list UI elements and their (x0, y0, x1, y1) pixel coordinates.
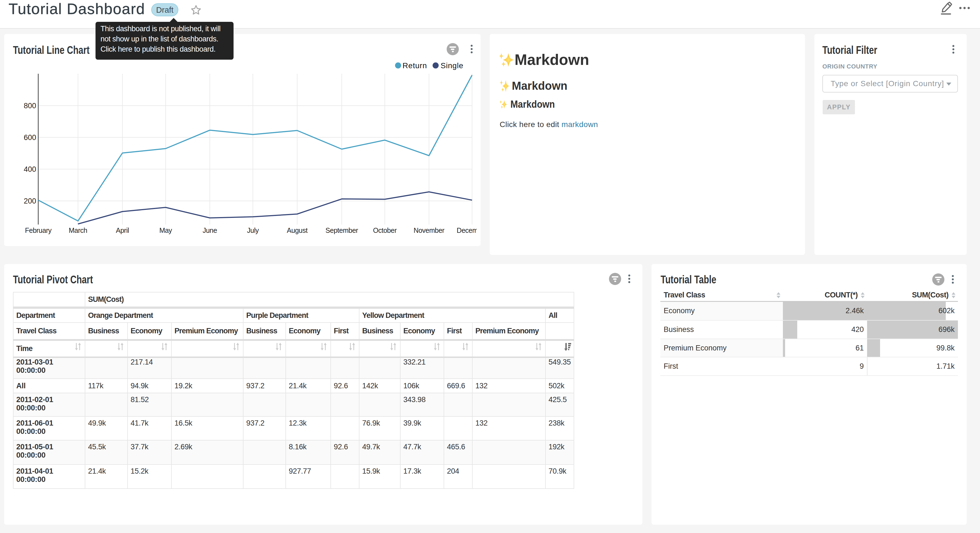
svg-text:800: 800 (24, 102, 36, 110)
svg-text:200: 200 (24, 197, 36, 205)
svg-text:December: December (457, 227, 477, 234)
svg-text:600: 600 (24, 133, 36, 142)
svg-text:November: November (414, 227, 444, 234)
svg-text:August: August (287, 227, 307, 234)
svg-text:February: February (25, 227, 52, 234)
svg-text:September: September (326, 227, 358, 234)
svg-text:October: October (373, 227, 397, 234)
svg-text:April: April (116, 227, 129, 234)
svg-text:May: May (159, 227, 172, 234)
svg-text:July: July (247, 227, 259, 234)
svg-text:March: March (69, 227, 87, 234)
svg-text:Return: Return (402, 61, 427, 70)
svg-text:400: 400 (24, 165, 36, 174)
svg-text:Single: Single (441, 61, 463, 70)
svg-text:June: June (203, 227, 217, 234)
